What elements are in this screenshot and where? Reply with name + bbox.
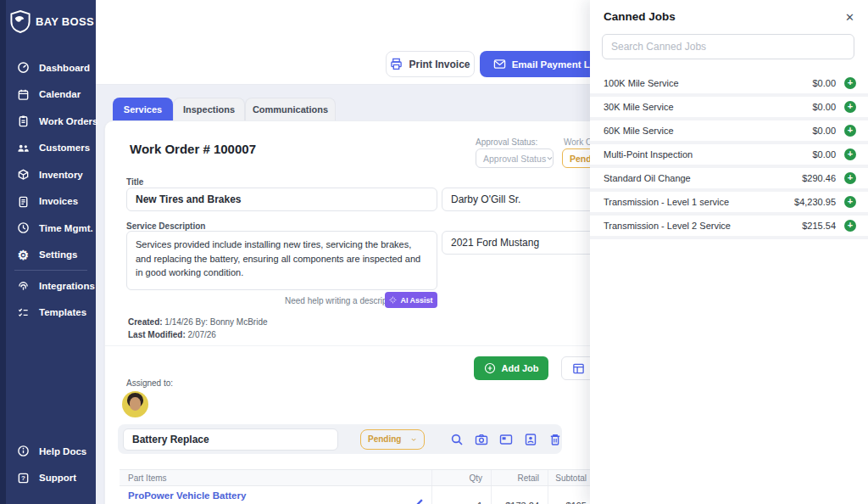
list-item[interactable]: 30K Mile Service $0.00 + xyxy=(590,97,868,120)
app-root: BAY BOSS Dashboard Calendar Work Orders … xyxy=(0,0,868,504)
sidebar-item-label: Dashboard xyxy=(39,63,90,73)
canned-job-price: $290.46 xyxy=(802,173,836,183)
canned-job-name: Transmission - Level 1 service xyxy=(590,197,729,207)
sidebar-item-settings[interactable]: ⚙ Settings xyxy=(6,242,96,269)
sidebar-item-time-mgmt[interactable]: Time Mgmt. xyxy=(6,215,96,242)
list-item[interactable]: Transmission - Level 1 service $4,230.95… xyxy=(590,192,868,216)
brand-name: BAY BOSS xyxy=(36,15,94,28)
checklist-icon xyxy=(17,306,30,319)
shield-rhino-icon xyxy=(10,10,31,33)
sidebar-divider xyxy=(14,270,87,271)
note-card-icon[interactable] xyxy=(499,433,513,446)
sidebar-item-label: Support xyxy=(39,473,76,483)
sidebar-item-help-docs[interactable]: Help Docs xyxy=(6,438,96,465)
ai-assist-label: AI Assist xyxy=(400,296,432,305)
canned-job-name: Multi-Point Inspection xyxy=(590,149,693,160)
job-status-value: Pending xyxy=(368,434,401,444)
list-item[interactable]: Standard Oil Change $290.46 + xyxy=(590,168,868,192)
part-qty: 1 xyxy=(431,486,491,504)
sidebar-item-inventory[interactable]: Inventory xyxy=(6,161,96,188)
add-plus-icon[interactable]: + xyxy=(844,148,856,160)
sidebar-item-calendar[interactable]: Calendar xyxy=(6,81,96,109)
add-job-button[interactable]: Add Job xyxy=(474,356,548,380)
info-icon xyxy=(17,445,30,457)
approval-status-label: Approval Status: xyxy=(476,137,537,147)
add-plus-icon[interactable]: + xyxy=(844,220,856,232)
search-icon[interactable] xyxy=(450,433,464,446)
chevron-down-icon xyxy=(410,436,417,443)
edit-pencil-icon[interactable] xyxy=(415,497,425,504)
users-icon xyxy=(17,142,30,154)
add-plus-icon[interactable]: + xyxy=(844,196,856,208)
integrations-icon xyxy=(17,279,30,292)
sidebar-item-invoices[interactable]: Invoices xyxy=(6,188,96,216)
canned-job-price: $0.00 xyxy=(812,149,836,160)
canned-jobs-search-input[interactable] xyxy=(602,34,854,59)
print-invoice-button[interactable]: Print Invoice xyxy=(386,51,475,77)
sidebar-item-work-orders[interactable]: Work Orders xyxy=(6,108,96,135)
gear-icon: ⚙ xyxy=(17,249,30,261)
part-name-link[interactable]: ProPower Vehicle Battery xyxy=(128,490,246,501)
part-subtotal: $195 xyxy=(548,486,595,504)
question-icon: ? xyxy=(17,472,30,484)
clipboard-icon xyxy=(17,115,30,127)
chevron-down-icon xyxy=(546,154,554,162)
sidebar-item-label: Work Orders xyxy=(39,116,97,126)
list-item[interactable]: 100K Mile Service $0.00 + xyxy=(590,73,868,97)
sidebar-item-integrations[interactable]: Integrations xyxy=(6,272,96,300)
sidebar-item-label: Inventory xyxy=(39,170,83,180)
canned-jobs-drawer: Canned Jobs ✕ 100K Mile Service $0.00 + … xyxy=(590,0,868,504)
brand-logo: BAY BOSS xyxy=(10,10,94,33)
service-description-label: Service Description xyxy=(126,221,205,231)
sidebar-item-label: Templates xyxy=(39,307,86,317)
tab-inspections[interactable]: Inspections xyxy=(173,98,245,120)
sidebar-item-dashboard[interactable]: Dashboard xyxy=(6,54,96,81)
sidebar-item-support[interactable]: ? Support xyxy=(6,465,96,492)
title-input[interactable] xyxy=(126,188,437,211)
plus-circle-icon xyxy=(484,362,496,374)
sidebar-item-customers[interactable]: Customers xyxy=(6,135,96,162)
tab-communications[interactable]: Communications xyxy=(245,98,336,120)
technician-badge-icon[interactable] xyxy=(524,433,537,446)
sidebar-item-label: Help Docs xyxy=(39,446,86,456)
add-plus-icon[interactable]: + xyxy=(844,125,856,137)
assigned-technician-avatar[interactable] xyxy=(122,391,148,417)
envelope-icon xyxy=(493,58,506,70)
modified-label: Last Modified: xyxy=(128,330,186,339)
sidebar: BAY BOSS Dashboard Calendar Work Orders … xyxy=(0,0,96,504)
add-plus-icon[interactable]: + xyxy=(844,172,856,184)
canned-job-name: Standard Oil Change xyxy=(590,173,691,183)
job-name-input[interactable] xyxy=(123,428,338,451)
sidebar-item-label: Invoices xyxy=(39,196,78,206)
sparkle-icon xyxy=(389,296,397,304)
canned-job-name: 60K Mile Service xyxy=(590,126,674,136)
sidebar-item-label: Customers xyxy=(39,143,90,153)
list-item[interactable]: 60K Mile Service $0.00 + xyxy=(590,120,868,144)
print-invoice-label: Print Invoice xyxy=(409,59,470,70)
created-value: 1/14/26 By: Bonny McBride xyxy=(164,317,267,327)
sidebar-accent-strip xyxy=(0,0,6,504)
box-icon xyxy=(17,168,30,181)
list-item[interactable]: Transmission - Level 2 Service $215.54 + xyxy=(590,216,868,239)
canned-job-price: $0.00 xyxy=(812,102,836,112)
approval-status-dropdown[interactable]: Approval Status xyxy=(476,148,554,168)
add-plus-icon[interactable]: + xyxy=(844,77,856,89)
add-plus-icon[interactable]: + xyxy=(844,101,856,113)
sidebar-nav: Dashboard Calendar Work Orders Customers… xyxy=(6,54,96,326)
ai-assist-button[interactable]: AI Assist xyxy=(385,292,437,308)
canned-jobs-list: 100K Mile Service $0.00 + 30K Mile Servi… xyxy=(590,73,868,239)
clock-icon xyxy=(17,221,30,234)
trash-icon[interactable] xyxy=(548,433,562,446)
work-order-heading: Work Order # 100007 xyxy=(130,142,256,156)
job-status-dropdown[interactable]: Pending xyxy=(360,429,425,450)
list-item[interactable]: Multi-Point Inspection $0.00 + xyxy=(590,144,868,168)
table-grid-icon xyxy=(572,362,585,375)
close-icon[interactable]: ✕ xyxy=(845,11,854,24)
dashboard-icon xyxy=(17,61,30,74)
sidebar-item-templates[interactable]: Templates xyxy=(6,300,96,327)
calendar-icon xyxy=(17,88,30,101)
canned-job-name: Transmission - Level 2 Service xyxy=(590,221,731,231)
tab-services[interactable]: Services xyxy=(113,98,173,120)
camera-icon[interactable] xyxy=(475,433,488,446)
service-description-textarea[interactable]: Services provided include installing new… xyxy=(126,231,437,290)
